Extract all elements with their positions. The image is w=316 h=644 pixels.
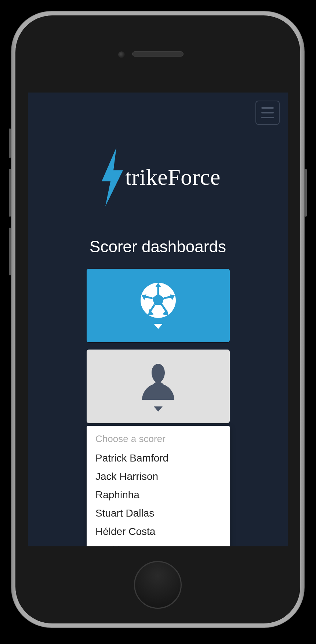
- person-icon: [140, 361, 177, 403]
- mute-switch: [9, 129, 11, 158]
- home-button[interactable]: [134, 561, 182, 609]
- dropdown-prompt: Choose a scorer: [87, 431, 230, 449]
- scorer-selector-card[interactable]: [87, 350, 230, 423]
- phone-bezel: trikeForce Scorer dashboards: [15, 15, 300, 623]
- dropdown-option[interactable]: Patrick Bamford: [87, 449, 230, 467]
- dropdown-option[interactable]: Jack Harrison: [87, 467, 230, 486]
- chevron-down-icon: [154, 324, 163, 329]
- front-camera: [118, 51, 125, 58]
- lightning-bolt-icon: [95, 148, 128, 206]
- volume-up-button: [9, 169, 11, 217]
- power-button: [305, 169, 307, 217]
- hamburger-icon: [261, 107, 274, 109]
- dropdown-option[interactable]: Raphinha: [87, 486, 230, 504]
- team-selector-card[interactable]: [87, 269, 230, 342]
- svg-marker-0: [102, 148, 123, 206]
- football-icon: [140, 282, 177, 320]
- app-logo: trikeForce: [28, 148, 288, 208]
- page-title: Scorer dashboards: [28, 238, 288, 256]
- volume-down-button: [9, 228, 11, 275]
- phone-top-bar: [15, 15, 300, 93]
- app-screen: trikeForce Scorer dashboards: [28, 93, 288, 546]
- scorer-dropdown-menu: Choose a scorer Patrick Bamford Jack Har…: [87, 426, 230, 546]
- dropdown-option[interactable]: Hélder Costa: [87, 522, 230, 541]
- dropdown-option[interactable]: Stuart Dallas: [87, 504, 230, 522]
- brand-name: trikeForce: [125, 164, 221, 190]
- menu-button[interactable]: [255, 101, 280, 125]
- phone-frame: trikeForce Scorer dashboards: [11, 11, 305, 628]
- chevron-down-icon: [154, 406, 163, 412]
- earpiece-speaker: [132, 51, 184, 57]
- dropdown-option[interactable]: Rodrigo Moreno: [87, 541, 230, 546]
